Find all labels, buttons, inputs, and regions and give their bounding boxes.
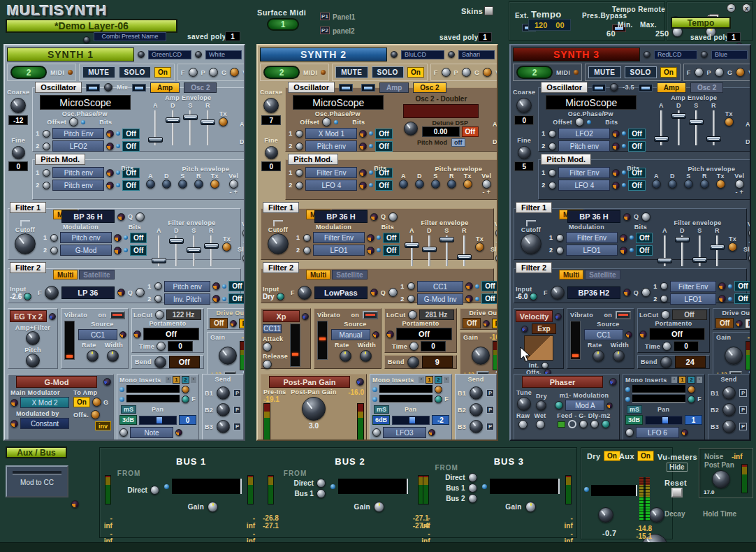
filter-env-r-slider[interactable] bbox=[716, 235, 718, 266]
vibrato-source-select[interactable]: CC1 bbox=[584, 329, 623, 340]
send-b2-pre-toggle[interactable]: P bbox=[739, 406, 747, 414]
amp-env-r-slider[interactable] bbox=[207, 110, 209, 145]
coarse-value[interactable]: -12 bbox=[8, 115, 28, 125]
phaser-tune-knob[interactable] bbox=[517, 397, 531, 411]
insert2-display[interactable] bbox=[126, 395, 180, 403]
xp-knob[interactable] bbox=[302, 313, 309, 320]
filter2-slot2-amount-knob[interactable] bbox=[660, 295, 668, 303]
pitch-slot1-source-select[interactable]: Filter Env bbox=[558, 167, 610, 178]
gain-knob[interactable] bbox=[219, 347, 237, 365]
panel-skin-field[interactable]: Sahari bbox=[458, 50, 495, 59]
osc-slot2-source-select[interactable]: LFO2 bbox=[52, 140, 104, 152]
filter1-tab[interactable]: Filter 1 bbox=[516, 202, 552, 213]
pan-value[interactable]: 0 bbox=[179, 415, 196, 425]
tempo-min-value[interactable]: 60 bbox=[606, 29, 616, 38]
bend-knob[interactable] bbox=[407, 356, 419, 368]
pitch-slot1-amount-knob[interactable] bbox=[43, 169, 50, 177]
filter2-slot1-amount-knob[interactable] bbox=[660, 282, 668, 290]
filter2-slot2-source-select[interactable]: LFO1 bbox=[670, 293, 716, 305]
osc-slot1-amount-knob[interactable] bbox=[296, 130, 303, 138]
vibrato-switch[interactable] bbox=[616, 311, 631, 319]
osc2-tab[interactable]: Osc 2 bbox=[184, 82, 217, 93]
filter1-slot2-amount-knob[interactable] bbox=[50, 247, 58, 254]
amp-env-d-slider[interactable] bbox=[678, 110, 680, 145]
aux-bus-lcd[interactable]: Aux / Bus bbox=[6, 446, 67, 458]
filter-env-s-slider[interactable] bbox=[446, 235, 448, 266]
pitch-slot2-bits-toggle[interactable]: Off bbox=[375, 180, 392, 191]
filter2-slot1-source-select[interactable]: CC1 bbox=[417, 281, 463, 292]
pitch-slot1-amount-knob[interactable] bbox=[296, 169, 303, 177]
vibrato-source-select[interactable]: Manual bbox=[331, 329, 370, 340]
main-modulator-select[interactable]: X Mod 2 bbox=[20, 397, 69, 408]
insert1-display[interactable] bbox=[126, 385, 180, 393]
filter2-tab[interactable]: Filter 2 bbox=[10, 262, 46, 273]
insert-prev-icon[interactable]: ‹ bbox=[671, 377, 677, 383]
bus1-direct-knob[interactable] bbox=[150, 486, 159, 495]
gain-knob[interactable] bbox=[472, 347, 490, 365]
filter2-slot2-amount-knob[interactable] bbox=[407, 295, 415, 303]
mute-button[interactable]: MUTE bbox=[335, 66, 368, 78]
pan-law-tag[interactable]: 3dB bbox=[119, 415, 137, 425]
pitch-tx-knob[interactable] bbox=[210, 180, 219, 189]
oscillator-tab[interactable]: Oscillator bbox=[541, 82, 588, 93]
vibrato-switch[interactable] bbox=[110, 311, 125, 319]
main-modulator-knob[interactable] bbox=[10, 399, 18, 407]
time-value[interactable]: 0 bbox=[674, 341, 699, 351]
vibrato-width-knob[interactable] bbox=[360, 350, 372, 362]
portamento-knob[interactable] bbox=[639, 331, 647, 338]
bus3-bus1-knob[interactable] bbox=[468, 484, 477, 493]
insert-prev-icon[interactable]: ‹ bbox=[419, 377, 424, 383]
panel-skin-knob[interactable] bbox=[701, 51, 708, 58]
insert1-display[interactable] bbox=[379, 385, 432, 393]
filter2-mod-knob[interactable] bbox=[370, 289, 378, 296]
insert-tab-1[interactable]: 1 bbox=[173, 376, 180, 384]
cutoff-knob[interactable] bbox=[15, 233, 36, 254]
panel-skin-knob[interactable] bbox=[195, 51, 202, 58]
bend-knob[interactable] bbox=[660, 356, 672, 368]
pitch-slot2-amount-knob[interactable] bbox=[296, 182, 303, 189]
p-knob[interactable] bbox=[715, 68, 724, 77]
send-b1-pre-toggle[interactable]: P bbox=[739, 389, 747, 397]
osc-slot1-bits-toggle[interactable]: Off bbox=[628, 129, 645, 139]
pitch-vel-knob[interactable] bbox=[229, 180, 238, 189]
pan-mod-select[interactable]: LFO 6 bbox=[636, 427, 679, 438]
filter2-slot2-bits-toggle[interactable]: Off bbox=[481, 293, 498, 304]
filter1-slot2-depth-knob[interactable] bbox=[620, 247, 627, 254]
pan-slider[interactable] bbox=[392, 416, 430, 425]
drive-off-toggle[interactable]: Off bbox=[715, 318, 734, 328]
drive-knob[interactable] bbox=[483, 320, 490, 327]
panel-skin-field[interactable]: White bbox=[205, 50, 242, 59]
insert1-knob[interactable] bbox=[688, 386, 695, 393]
filter1-slot1-depth-knob[interactable] bbox=[114, 234, 122, 242]
surface-midi-button[interactable]: 1 bbox=[267, 18, 299, 31]
filter1-slot1-source-select[interactable]: Pitch env bbox=[60, 232, 112, 243]
xp-attack-knob[interactable] bbox=[263, 342, 272, 351]
filter2-slot1-bits-toggle[interactable]: Off bbox=[734, 281, 751, 291]
osc-switch-a[interactable] bbox=[339, 84, 353, 92]
filter1-slope-knob[interactable] bbox=[495, 254, 499, 263]
vibrato-source-knob[interactable] bbox=[625, 331, 632, 338]
filter-env-d-slider[interactable] bbox=[428, 235, 430, 266]
pan-mod-depth-knob[interactable] bbox=[428, 429, 435, 436]
pitch-mod-tab[interactable]: Pitch Mod. bbox=[541, 154, 591, 165]
lcd-skin-field[interactable]: GreenLCD bbox=[148, 50, 191, 59]
filter1-slot1-depth-knob[interactable] bbox=[367, 234, 375, 242]
coarse-knob[interactable] bbox=[516, 98, 532, 113]
osc-slot2-bits-toggle[interactable]: Off bbox=[122, 141, 139, 152]
filter1-type-display[interactable]: BP 36 H bbox=[61, 210, 115, 223]
pan-mod-knob[interactable] bbox=[625, 428, 634, 437]
filter2-type-display[interactable]: LowPass bbox=[314, 286, 368, 299]
filter2-slot1-depth-knob[interactable] bbox=[212, 282, 220, 290]
insert-tab-2[interactable]: 2 bbox=[182, 376, 189, 384]
pitch-slot2-amount-knob[interactable] bbox=[43, 182, 50, 189]
coarse-knob[interactable] bbox=[10, 98, 26, 113]
amp-tab[interactable]: Amp bbox=[150, 82, 180, 93]
filter1-slot1-source-select[interactable]: Filter Env bbox=[566, 232, 618, 243]
filter-env-d-slider[interactable] bbox=[175, 235, 177, 266]
insert2-display[interactable] bbox=[379, 395, 432, 403]
filter1-slot2-source-select[interactable]: G-Mod bbox=[60, 245, 112, 256]
time-value[interactable]: 0 bbox=[421, 341, 446, 351]
filter1-slot2-depth-knob[interactable] bbox=[367, 247, 375, 254]
minimize-icon[interactable]: – bbox=[727, 3, 736, 13]
filter1-slot1-bits-toggle[interactable]: Off bbox=[130, 233, 147, 243]
